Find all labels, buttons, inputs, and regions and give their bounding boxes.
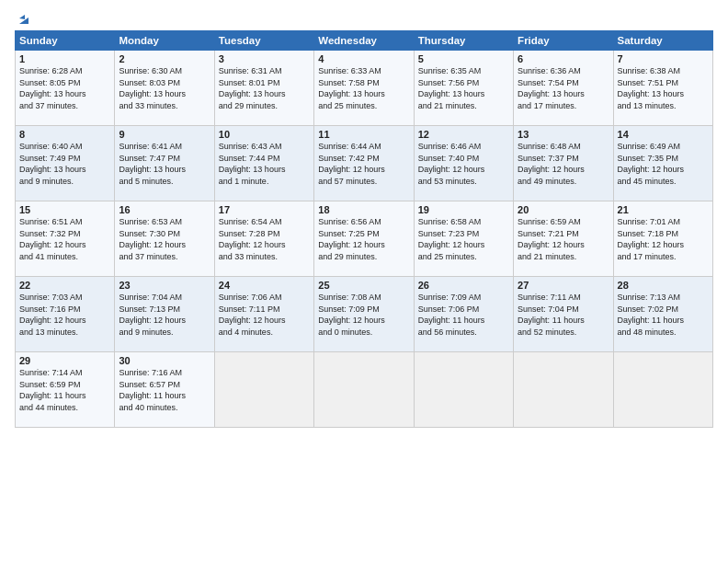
calendar-table: SundayMondayTuesdayWednesdayThursdayFrid… [15,30,713,428]
calendar-week-4: 22Sunrise: 7:03 AM Sunset: 7:16 PM Dayli… [16,277,713,352]
calendar-cell [314,352,414,428]
day-content: Sunrise: 6:41 AM Sunset: 7:47 PM Dayligh… [119,141,210,187]
page-container: SundayMondayTuesdayWednesdayThursdayFrid… [0,0,728,437]
calendar-cell: 27Sunrise: 7:11 AM Sunset: 7:04 PM Dayli… [514,277,613,352]
day-number: 26 [418,280,509,291]
calendar-cell: 24Sunrise: 7:06 AM Sunset: 7:11 PM Dayli… [214,277,313,352]
day-number: 20 [518,204,609,215]
calendar-cell: 25Sunrise: 7:08 AM Sunset: 7:09 PM Dayli… [314,277,414,352]
svg-marker-1 [19,15,25,19]
logo [15,11,32,25]
calendar-cell: 19Sunrise: 6:58 AM Sunset: 7:23 PM Dayli… [414,201,513,277]
calendar-cell: 3Sunrise: 6:31 AM Sunset: 8:01 PM Daylig… [214,51,313,126]
day-content: Sunrise: 7:09 AM Sunset: 7:06 PM Dayligh… [418,292,509,338]
day-content: Sunrise: 7:08 AM Sunset: 7:09 PM Dayligh… [318,292,409,338]
day-header-saturday: Saturday [613,31,712,51]
day-number: 25 [318,280,409,291]
day-number: 30 [119,355,210,366]
day-content: Sunrise: 7:04 AM Sunset: 7:13 PM Dayligh… [119,292,210,338]
day-number: 16 [119,204,210,215]
day-number: 21 [618,204,709,215]
day-content: Sunrise: 6:33 AM Sunset: 7:58 PM Dayligh… [318,65,409,111]
day-number: 18 [318,204,409,215]
calendar-cell: 23Sunrise: 7:04 AM Sunset: 7:13 PM Dayli… [115,277,214,352]
calendar-cell: 12Sunrise: 6:46 AM Sunset: 7:40 PM Dayli… [414,126,513,201]
day-content: Sunrise: 7:14 AM Sunset: 6:59 PM Dayligh… [19,367,110,413]
calendar-cell: 13Sunrise: 6:48 AM Sunset: 7:37 PM Dayli… [514,126,613,201]
day-content: Sunrise: 7:16 AM Sunset: 6:57 PM Dayligh… [119,367,210,413]
day-content: Sunrise: 6:46 AM Sunset: 7:40 PM Dayligh… [418,141,509,187]
day-content: Sunrise: 6:28 AM Sunset: 8:05 PM Dayligh… [19,65,110,111]
day-header-thursday: Thursday [414,31,513,51]
day-number: 28 [618,280,709,291]
calendar-cell: 2Sunrise: 6:30 AM Sunset: 8:03 PM Daylig… [115,51,214,126]
day-header-monday: Monday [115,31,214,51]
calendar-cell: 5Sunrise: 6:35 AM Sunset: 7:56 PM Daylig… [414,51,513,126]
day-number: 4 [318,53,409,64]
day-number: 3 [219,53,310,64]
day-number: 11 [318,129,409,140]
day-number: 12 [418,129,509,140]
calendar-cell [214,352,313,428]
day-header-friday: Friday [514,31,613,51]
calendar-cell [514,352,613,428]
day-content: Sunrise: 6:49 AM Sunset: 7:35 PM Dayligh… [618,141,709,187]
day-content: Sunrise: 7:01 AM Sunset: 7:18 PM Dayligh… [618,216,709,262]
calendar-cell: 29Sunrise: 7:14 AM Sunset: 6:59 PM Dayli… [16,352,115,428]
day-content: Sunrise: 7:06 AM Sunset: 7:11 PM Dayligh… [219,292,310,338]
day-content: Sunrise: 6:51 AM Sunset: 7:32 PM Dayligh… [19,216,110,262]
day-content: Sunrise: 7:03 AM Sunset: 7:16 PM Dayligh… [19,292,110,338]
calendar-cell: 16Sunrise: 6:53 AM Sunset: 7:30 PM Dayli… [115,201,214,277]
day-number: 9 [119,129,210,140]
calendar-cell: 9Sunrise: 6:41 AM Sunset: 7:47 PM Daylig… [115,126,214,201]
day-number: 1 [19,53,110,64]
calendar-cell: 15Sunrise: 6:51 AM Sunset: 7:32 PM Dayli… [16,201,115,277]
day-header-tuesday: Tuesday [214,31,313,51]
day-content: Sunrise: 7:13 AM Sunset: 7:02 PM Dayligh… [618,292,709,338]
calendar-header-row: SundayMondayTuesdayWednesdayThursdayFrid… [16,31,713,51]
day-number: 22 [19,280,110,291]
day-number: 24 [219,280,310,291]
day-content: Sunrise: 6:40 AM Sunset: 7:49 PM Dayligh… [19,141,110,187]
calendar-cell: 4Sunrise: 6:33 AM Sunset: 7:58 PM Daylig… [314,51,414,126]
day-header-wednesday: Wednesday [314,31,414,51]
day-number: 29 [19,355,110,366]
day-content: Sunrise: 7:11 AM Sunset: 7:04 PM Dayligh… [518,292,609,338]
day-number: 23 [119,280,210,291]
day-content: Sunrise: 6:43 AM Sunset: 7:44 PM Dayligh… [219,141,310,187]
day-content: Sunrise: 6:54 AM Sunset: 7:28 PM Dayligh… [219,216,310,262]
day-content: Sunrise: 6:35 AM Sunset: 7:56 PM Dayligh… [418,65,509,111]
day-number: 8 [19,129,110,140]
calendar-cell: 26Sunrise: 7:09 AM Sunset: 7:06 PM Dayli… [414,277,513,352]
day-number: 13 [518,129,609,140]
calendar-cell: 28Sunrise: 7:13 AM Sunset: 7:02 PM Dayli… [613,277,712,352]
day-content: Sunrise: 6:58 AM Sunset: 7:23 PM Dayligh… [418,216,509,262]
day-content: Sunrise: 6:53 AM Sunset: 7:30 PM Dayligh… [119,216,210,262]
logo-arrow-icon [16,11,32,28]
day-content: Sunrise: 6:56 AM Sunset: 7:25 PM Dayligh… [318,216,409,262]
day-content: Sunrise: 6:36 AM Sunset: 7:54 PM Dayligh… [518,65,609,111]
calendar-cell: 18Sunrise: 6:56 AM Sunset: 7:25 PM Dayli… [314,201,414,277]
day-content: Sunrise: 6:31 AM Sunset: 8:01 PM Dayligh… [219,65,310,111]
day-content: Sunrise: 6:30 AM Sunset: 8:03 PM Dayligh… [119,65,210,111]
day-number: 6 [518,53,609,64]
calendar-cell: 22Sunrise: 7:03 AM Sunset: 7:16 PM Dayli… [16,277,115,352]
calendar-week-1: 1Sunrise: 6:28 AM Sunset: 8:05 PM Daylig… [16,51,713,126]
day-number: 7 [618,53,709,64]
calendar-cell: 10Sunrise: 6:43 AM Sunset: 7:44 PM Dayli… [214,126,313,201]
header [15,11,713,25]
calendar-cell: 1Sunrise: 6:28 AM Sunset: 8:05 PM Daylig… [16,51,115,126]
day-number: 15 [19,204,110,215]
day-number: 27 [518,280,609,291]
day-number: 14 [618,129,709,140]
calendar-cell: 17Sunrise: 6:54 AM Sunset: 7:28 PM Dayli… [214,201,313,277]
day-content: Sunrise: 6:59 AM Sunset: 7:21 PM Dayligh… [518,216,609,262]
day-header-sunday: Sunday [16,31,115,51]
calendar-cell: 14Sunrise: 6:49 AM Sunset: 7:35 PM Dayli… [613,126,712,201]
calendar-week-5: 29Sunrise: 7:14 AM Sunset: 6:59 PM Dayli… [16,352,713,428]
day-number: 5 [418,53,509,64]
day-number: 19 [418,204,509,215]
calendar-week-2: 8Sunrise: 6:40 AM Sunset: 7:49 PM Daylig… [16,126,713,201]
calendar-week-3: 15Sunrise: 6:51 AM Sunset: 7:32 PM Dayli… [16,201,713,277]
calendar-cell: 11Sunrise: 6:44 AM Sunset: 7:42 PM Dayli… [314,126,414,201]
